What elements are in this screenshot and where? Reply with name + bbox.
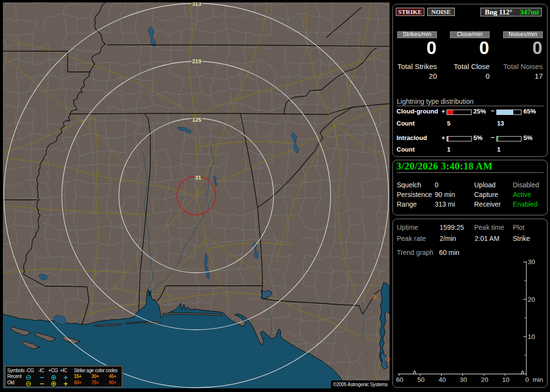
svg-text:50: 50 [417, 376, 424, 383]
svg-text:60: 60 [396, 376, 404, 383]
svg-text:10: 10 [528, 333, 535, 340]
svg-text:31: 31 [195, 175, 202, 181]
svg-text:0: 0 [525, 376, 529, 383]
svg-text:30: 30 [460, 376, 467, 383]
svg-text:20: 20 [481, 376, 488, 383]
svg-text:min: min [533, 376, 543, 383]
svg-text:40: 40 [438, 376, 446, 383]
svg-text:30: 30 [528, 258, 535, 266]
svg-text:219: 219 [192, 58, 201, 64]
svg-text:313: 313 [192, 2, 201, 7]
svg-text:125: 125 [192, 117, 202, 123]
svg-text:10: 10 [502, 376, 509, 383]
svg-text:20: 20 [528, 296, 535, 303]
